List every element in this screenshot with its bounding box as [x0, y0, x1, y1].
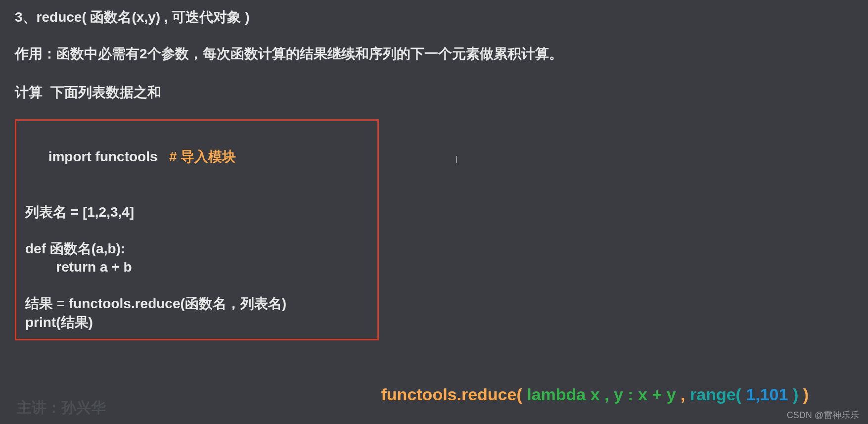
description: 作用：函数中必需有2个参数，每次函数计算的结果继续和序列的下一个元素做累积计算。: [15, 45, 853, 63]
expr-part-1: functools.reduce(: [381, 385, 527, 404]
code-line-6: print(结果): [25, 313, 368, 332]
code-text: import functools: [48, 149, 158, 164]
text-cursor-icon: I: [456, 153, 457, 166]
code-line-2: 列表名 = [1,2,3,4]: [25, 203, 368, 222]
expr-part-2: lambda x , y : x + y: [527, 385, 681, 404]
expr-part-4: range(: [690, 385, 746, 404]
code-line-3: def 函数名(a,b):: [25, 239, 368, 258]
speaker-name: 主讲：孙兴华: [17, 398, 106, 418]
code-line-4: return a + b: [25, 258, 368, 277]
expr-part-3: ,: [681, 385, 690, 404]
heading: 3、reduce( 函数名(x,y) , 可迭代对象 ): [15, 8, 853, 27]
expr-part-5: 1,101: [746, 385, 793, 404]
code-box: import functools # 导入模块 列表名 = [1,2,3,4] …: [15, 119, 379, 340]
footer-expression: functools.reduce( lambda x , y : x + y ,…: [372, 366, 809, 404]
slide-content: 3、reduce( 函数名(x,y) , 可迭代对象 ) 作用：函数中必需有2个…: [0, 0, 868, 340]
watermark: CSDN @雷神乐乐: [787, 409, 859, 421]
code-line-5: 结果 = functools.reduce(函数名，列表名): [25, 294, 368, 313]
code-comment: # 导入模块: [158, 149, 236, 164]
expr-part-7: ): [803, 385, 809, 404]
expr-part-6: ): [793, 385, 803, 404]
code-line-1: import functools # 导入模块: [25, 129, 368, 185]
subheading: 计算 下面列表数据之和: [15, 83, 853, 102]
